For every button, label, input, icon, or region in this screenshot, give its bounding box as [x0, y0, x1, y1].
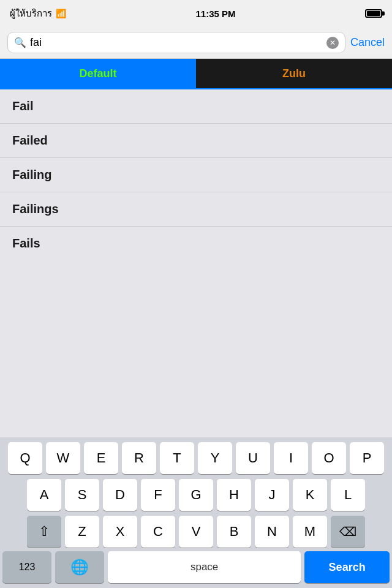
status-right: [365, 9, 382, 18]
key-numbers[interactable]: 123: [2, 551, 51, 583]
carrier-label: ผู้ให้บริการ: [10, 6, 52, 21]
segment-default[interactable]: Default: [0, 59, 196, 88]
key-y[interactable]: Y: [198, 442, 232, 474]
delete-icon: ⌫: [339, 524, 356, 539]
key-c[interactable]: C: [141, 516, 175, 548]
list-item[interactable]: Fail: [0, 89, 392, 124]
key-l[interactable]: L: [331, 479, 365, 511]
keyboard-row-3: ⇧ Z X C V B N M ⌫: [0, 511, 392, 548]
status-time: 11:35 PM: [195, 9, 235, 19]
key-r[interactable]: R: [122, 442, 156, 474]
key-v[interactable]: V: [179, 516, 213, 548]
key-delete[interactable]: ⌫: [331, 516, 365, 548]
key-j[interactable]: J: [255, 479, 289, 511]
key-m[interactable]: M: [293, 516, 327, 548]
key-q[interactable]: Q: [8, 442, 42, 474]
key-k[interactable]: K: [293, 479, 327, 511]
key-i[interactable]: I: [274, 442, 308, 474]
key-n[interactable]: N: [255, 516, 289, 548]
key-g[interactable]: G: [179, 479, 213, 511]
status-bar: ผู้ให้บริการ 📶 11:35 PM: [0, 0, 392, 27]
search-bar: 🔍 fai ✕ Cancel: [0, 27, 392, 59]
key-d[interactable]: D: [103, 479, 137, 511]
key-z[interactable]: Z: [65, 516, 99, 548]
keyboard-bottom-row: 123 🌐 space Search: [0, 548, 392, 588]
key-a[interactable]: A: [27, 479, 61, 511]
cancel-button[interactable]: Cancel: [350, 36, 385, 49]
results-list: Fail Failed Failing Failings Fails: [0, 89, 392, 260]
keyboard-row-2: A S D F G H J K L: [0, 474, 392, 511]
wifi-icon: 📶: [56, 9, 66, 18]
clear-button[interactable]: ✕: [326, 37, 339, 49]
key-f[interactable]: F: [141, 479, 175, 511]
key-s[interactable]: S: [65, 479, 99, 511]
keyboard: Q W E R T Y U I O P A S D F G H J K L ⇧ …: [0, 437, 392, 588]
key-o[interactable]: O: [312, 442, 346, 474]
search-icon: 🔍: [14, 37, 26, 48]
key-search[interactable]: Search: [304, 551, 390, 583]
key-x[interactable]: X: [103, 516, 137, 548]
segment-control: Default Zulu: [0, 59, 392, 89]
key-e[interactable]: E: [84, 442, 118, 474]
key-space[interactable]: space: [108, 551, 301, 583]
key-t[interactable]: T: [160, 442, 194, 474]
key-w[interactable]: W: [46, 442, 80, 474]
status-left: ผู้ให้บริการ 📶: [10, 6, 66, 21]
key-shift[interactable]: ⇧: [27, 516, 61, 548]
search-query[interactable]: fai: [30, 36, 323, 49]
key-p[interactable]: P: [350, 442, 384, 474]
list-item[interactable]: Failing: [0, 158, 392, 192]
list-item[interactable]: Fails: [0, 227, 392, 260]
search-input-container[interactable]: 🔍 fai ✕: [7, 32, 345, 53]
list-item[interactable]: Failed: [0, 124, 392, 158]
keyboard-row-1: Q W E R T Y U I O P: [0, 437, 392, 474]
key-u[interactable]: U: [236, 442, 270, 474]
battery-icon: [365, 9, 382, 18]
globe-icon: 🌐: [70, 559, 89, 576]
list-item[interactable]: Failings: [0, 192, 392, 227]
key-b[interactable]: B: [217, 516, 251, 548]
key-globe[interactable]: 🌐: [55, 551, 104, 583]
key-h[interactable]: H: [217, 479, 251, 511]
segment-zulu[interactable]: Zulu: [196, 59, 392, 88]
shift-icon: ⇧: [39, 524, 50, 540]
